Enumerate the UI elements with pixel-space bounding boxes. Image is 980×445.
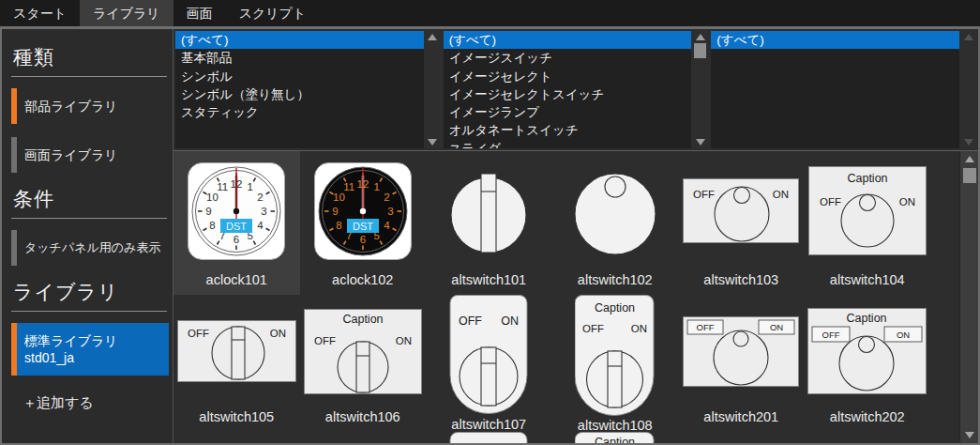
library-item-altswitch107[interactable]: OFF ON altswitch107 <box>426 295 552 432</box>
item-label: altswitch202 <box>805 407 931 432</box>
scrollbar-track[interactable] <box>691 40 709 139</box>
part-type-scrollbar[interactable] <box>691 31 709 148</box>
scrollbar-track[interactable] <box>960 162 978 432</box>
category-scrollbar[interactable] <box>424 31 442 148</box>
svg-text:ON: ON <box>897 330 910 340</box>
window-body: 種類 部品ライブラリ 画面ライブラリ 条件 タッチパネル用のみ表示 ライブラリ … <box>0 26 980 445</box>
item-label: altswitch101 <box>426 270 552 295</box>
library-item-altswitch104[interactable]: Caption OFF ON altswitch104 <box>805 151 931 295</box>
svg-text:ON: ON <box>502 315 520 328</box>
library-item-altswitch106[interactable]: Caption OFF ON altswitch106 <box>300 295 427 432</box>
svg-text:OFF: OFF <box>188 328 209 339</box>
aclock102-thumbnail: 123456789101112 DST <box>300 151 427 270</box>
svg-text:ON: ON <box>270 328 286 339</box>
svg-text:ON: ON <box>770 322 783 332</box>
partial-thumbnail <box>426 432 552 443</box>
grid-scrollbar[interactable] <box>959 151 978 443</box>
sidebar-item-screen-library[interactable]: 画面ライブラリ <box>11 137 169 173</box>
menu-tab-library[interactable]: ライブラリ <box>80 0 173 26</box>
svg-text:8: 8 <box>336 219 341 230</box>
library-id: std01_ja <box>24 349 165 366</box>
library-item-altswitch105[interactable]: OFF ON altswitch105 <box>173 295 300 432</box>
menu-tab-screen[interactable]: 画面 <box>173 0 226 26</box>
filter-listboxes: (すべて)基本部品シンボルシンボル（塗り無し）スタティック(すべて)イメージスイ… <box>173 29 978 151</box>
part-type-option[interactable]: イメージセレクトスイッチ <box>444 85 692 103</box>
library-item-aclock102[interactable]: 123456789101112 DST aclock102 <box>300 151 427 295</box>
library-item-partial[interactable]: Caption <box>552 432 679 443</box>
sidebar-item-touchpanel-only[interactable]: タッチパネル用のみ表示 <box>11 230 169 266</box>
library-item-grid: 123456789101112 DST aclock101 1234567891… <box>173 151 959 443</box>
library-item-aclock101[interactable]: 123456789101112 DST aclock101 <box>173 151 300 295</box>
scrollbar-thumb[interactable] <box>963 168 976 183</box>
library-item-altswitch101[interactable]: altswitch101 <box>426 151 552 295</box>
category-option[interactable]: 基本部品 <box>175 49 424 67</box>
svg-text:6: 6 <box>360 233 366 244</box>
svg-text:OFF: OFF <box>693 189 715 200</box>
library-item-altswitch201[interactable]: OFF ON altswitch201 <box>678 295 805 432</box>
svg-text:ON: ON <box>899 196 915 207</box>
scrollbar-track <box>959 40 977 139</box>
scroll-down-icon[interactable] <box>428 139 437 146</box>
add-library-button[interactable]: ＋追加する <box>23 389 173 418</box>
sidebar-item-parts-library[interactable]: 部品ライブラリ <box>11 88 169 124</box>
item-label: altswitch106 <box>300 407 427 432</box>
library-item-altswitch103[interactable]: OFF ON altswitch103 <box>678 151 805 295</box>
svg-text:10: 10 <box>206 192 219 203</box>
scrollbar-thumb[interactable] <box>694 43 706 58</box>
item-label: altswitch104 <box>805 270 931 295</box>
sidebar: 種類 部品ライブラリ 画面ライブラリ 条件 タッチパネル用のみ表示 ライブラリ … <box>2 29 173 443</box>
svg-text:Caption: Caption <box>595 301 635 315</box>
part-type-option[interactable]: (すべて) <box>444 31 692 49</box>
scroll-down-icon[interactable] <box>965 432 974 438</box>
main-area: (すべて)基本部品シンボルシンボル（塗り無し）スタティック(すべて)イメージスイ… <box>173 29 978 443</box>
altswitch107-thumbnail: OFF ON <box>426 295 552 415</box>
svg-text:OFF: OFF <box>459 315 482 328</box>
sidebar-heading-library: ライブラリ <box>13 279 173 305</box>
svg-text:6: 6 <box>234 233 239 244</box>
svg-text:DST: DST <box>226 220 247 231</box>
menu-tab-script[interactable]: スクリプト <box>226 0 320 26</box>
part-type-option[interactable]: オルタネートスイッチ <box>444 121 692 139</box>
sub-type-listbox: (すべて) <box>711 31 977 148</box>
part-type-option[interactable]: スライダ <box>444 140 692 148</box>
svg-text:OFF: OFF <box>314 335 336 346</box>
library-item-partial[interactable] <box>426 432 552 443</box>
part-type-option[interactable]: イメージスイッチ <box>444 49 692 67</box>
scroll-up-icon[interactable] <box>428 34 437 40</box>
part-type-option[interactable]: イメージセレクト <box>444 68 692 85</box>
library-item-altswitch108[interactable]: Caption OFF ON altswitch108 <box>552 295 679 432</box>
scroll-up-icon[interactable] <box>696 34 705 40</box>
scroll-down-icon[interactable] <box>696 139 705 146</box>
svg-text:9: 9 <box>332 206 338 217</box>
category-listbox: (すべて)基本部品シンボルシンボル（塗り無し）スタティック <box>175 31 442 148</box>
altswitch108-thumbnail: Caption OFF ON <box>552 295 679 416</box>
svg-text:4: 4 <box>384 219 390 230</box>
sub-type-list: (すべて) <box>711 31 959 148</box>
menu-tab-start[interactable]: スタート <box>0 0 80 26</box>
svg-text:OFF: OFF <box>582 323 604 334</box>
category-option[interactable]: シンボル（塗り無し） <box>175 85 424 103</box>
svg-text:1: 1 <box>248 181 253 192</box>
scroll-up-icon <box>964 34 973 40</box>
svg-text:2: 2 <box>384 192 389 203</box>
sub-type-option[interactable]: (すべて) <box>711 31 959 49</box>
svg-text:11: 11 <box>343 181 354 192</box>
part-type-option[interactable]: イメージランプ <box>444 103 692 121</box>
library-item-altswitch202[interactable]: Caption OFF ON altswitch202 <box>805 295 931 432</box>
divider <box>11 218 167 219</box>
part-type-listbox: (すべて)イメージスイッチイメージセレクトイメージセレクトスイッチイメージランプ… <box>444 31 710 148</box>
scroll-up-icon[interactable] <box>965 156 974 162</box>
item-label: aclock101 <box>173 270 300 295</box>
library-item-altswitch102[interactable]: altswitch102 <box>552 151 679 295</box>
scroll-down-icon <box>964 139 973 146</box>
category-option[interactable]: スタティック <box>175 103 424 121</box>
library-window: スタート ライブラリ 画面 スクリプト 種類 部品ライブラリ 画面ライブラリ 条… <box>0 0 980 445</box>
scrollbar-track[interactable] <box>424 40 442 139</box>
svg-text:4: 4 <box>258 219 264 230</box>
grid-area: 123456789101112 DST aclock101 1234567891… <box>173 151 978 443</box>
category-option[interactable]: シンボル <box>175 68 424 85</box>
svg-text:ON: ON <box>396 335 412 346</box>
altswitch103-thumbnail: OFF ON <box>678 151 805 270</box>
sidebar-item-standard-library[interactable]: 標準ライブラリ std01_ja <box>11 323 169 376</box>
category-option[interactable]: (すべて) <box>175 31 424 49</box>
